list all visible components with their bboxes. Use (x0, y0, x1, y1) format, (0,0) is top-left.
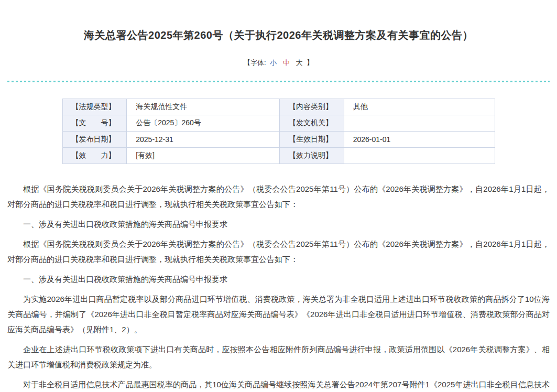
font-size-medium-button[interactable]: 中 (283, 59, 290, 67)
meta-label-effective-date: 【生效日期】 (280, 132, 344, 148)
meta-label-document-number: 【文 号】 (62, 115, 127, 132)
meta-value-document-number: 公告〔2025〕260号 (127, 115, 280, 132)
section-heading: 一、涉及有关进出口税收政策措施的海关商品编号申报要求 (7, 216, 550, 232)
meta-label-publish-date: 【发布日期】 (62, 132, 127, 148)
table-row: 【文 号】 公告〔2025〕260号 【发文机关】 (62, 115, 495, 132)
font-size-small-button[interactable]: 小 (270, 59, 277, 67)
meta-label-validity-note: 【效力说明】 (280, 148, 344, 164)
meta-value-publish-date: 2025-12-31 (127, 132, 280, 148)
font-selector-suffix: 】 (307, 59, 313, 67)
font-selector-prefix: 【字体: (244, 59, 266, 67)
meta-label-issuing-agency: 【发文机关】 (280, 115, 344, 132)
table-row: 【效 力】 [有效] 【效力说明】 (62, 148, 495, 164)
section-heading: 一、涉及有关进出口税收政策措施的海关商品编号申报要求 (7, 271, 550, 287)
meta-value-validity-note (344, 148, 495, 164)
meta-label-content-category: 【内容类别】 (280, 99, 344, 115)
meta-value-regulation-type: 海关规范性文件 (127, 99, 280, 115)
announcement-body: 根据《国务院关税税则委员会关于2026年关税调整方案的公告》（税委会公告2025… (7, 181, 550, 392)
meta-value-issuing-agency (344, 115, 495, 132)
font-size-large-button[interactable]: 大 (296, 59, 302, 67)
dotted-divider (7, 81, 550, 82)
announcement-page: 海关总署公告2025年第260号（关于执行2026年关税调整方案及有关事宜的公告… (0, 0, 557, 392)
meta-label-validity: 【效 力】 (62, 148, 127, 164)
meta-value-validity: [有效] (127, 148, 280, 164)
body-paragraph: 根据《国务院关税税则委员会关于2026年关税调整方案的公告》（税委会公告2025… (7, 236, 550, 267)
meta-value-effective-date: 2026-01-01 (344, 132, 495, 148)
meta-table: 【法规类型】 海关规范性文件 【内容类别】 其他 【文 号】 公告〔2025〕2… (62, 99, 495, 164)
meta-value-content-category: 其他 (344, 99, 495, 115)
table-row: 【发布日期】 2025-12-31 【生效日期】 2026-01-01 (62, 132, 495, 148)
page-title: 海关总署公告2025年第260号（关于执行2026年关税调整方案及有关事宜的公告… (0, 0, 557, 42)
body-paragraph: 根据《国务院关税税则委员会关于2026年关税调整方案的公告》（税委会公告2025… (7, 181, 550, 212)
table-row: 【法规类型】 海关规范性文件 【内容类别】 其他 (62, 99, 495, 115)
font-size-selector: 【字体: 小 中 大 】 (0, 58, 557, 68)
body-paragraph: 为实施2026年进出口商品暂定税率以及部分商品进口环节增值税、消费税政策，海关总… (7, 291, 550, 337)
body-paragraph: 对于非全税目适用信息技术产品最惠国税率的商品，其10位海关商品编号继续按照海关总… (7, 377, 550, 392)
meta-label-regulation-type: 【法规类型】 (62, 99, 127, 115)
body-paragraph: 企业在上述进出口环节税收政策项下进出口有关商品时，应按照本公告相应附件所列商品编… (7, 342, 550, 372)
